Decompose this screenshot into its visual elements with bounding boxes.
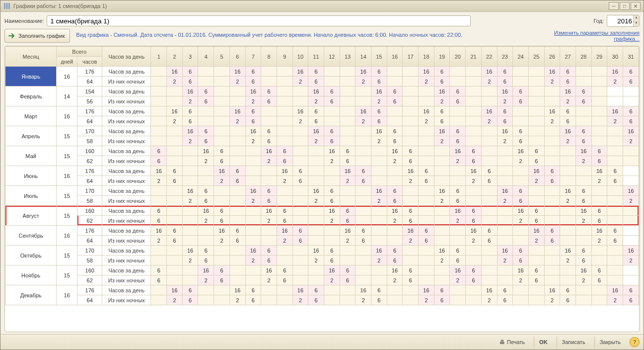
table-row[interactable]: Январь16176Часов за день1661661661661661… [5,67,639,77]
col-day-10[interactable]: 10 [292,47,308,67]
table-row[interactable]: 64Из них ночных2626262626262626 [5,236,639,246]
col-day-9[interactable]: 9 [277,47,292,67]
col-day-1[interactable]: 1 [151,47,167,67]
col-hours[interactable]: часов [77,57,102,67]
ok-button[interactable]: OK [534,337,552,348]
col-day-23[interactable]: 23 [497,47,513,67]
table-row[interactable]: 62Из них ночных626262626262626 [5,275,639,285]
col-month[interactable]: Месяц [5,47,57,67]
table-row[interactable]: Декабрь16176Часов за день166166166166166… [5,285,639,295]
save-button[interactable]: Записать [557,337,589,348]
col-day-6[interactable]: 6 [229,47,245,67]
table-row[interactable]: Август15160Часов за день6166166166166166… [5,206,639,216]
table-row[interactable]: Ноябрь15160Часов за день6166166166166166… [5,265,639,275]
col-rowlabel[interactable]: Часов за день [102,47,151,67]
table-row[interactable]: Апрель15170Часов за день1661661661661661… [5,126,639,136]
year-down[interactable]: ▼ [633,21,639,26]
col-day-31[interactable]: 31 [623,47,639,67]
year-up[interactable]: ▲ [633,15,639,21]
table-row[interactable]: 64Из них ночных2626262626262626 [5,295,639,305]
table-row[interactable]: 58Из них ночных262626262626262 [5,196,639,206]
schedule-grid[interactable]: МесяцВсегоЧасов за день12345678910111213… [4,46,640,332]
help-button[interactable]: ? [630,337,640,347]
col-day-25[interactable]: 25 [528,47,544,67]
table-row[interactable]: Июль15170Часов за день166166166166166166… [5,186,639,196]
app-icon [3,2,10,9]
col-day-8[interactable]: 8 [261,47,277,67]
col-day-28[interactable]: 28 [575,47,591,67]
svg-rect-0 [4,3,5,9]
svg-rect-2 [8,3,10,9]
change-params-link[interactable]: Изменить параметры заполнения графика... [540,29,640,42]
col-day-12[interactable]: 12 [324,47,340,67]
close-button[interactable]: ✕ [631,2,641,10]
table-row[interactable]: Июнь16176Часов за день166166166166166166… [5,166,639,176]
col-day-7[interactable]: 7 [245,47,261,67]
table-row[interactable]: Март16176Часов за день166166166166166166… [5,106,639,116]
print-button[interactable]: 🖶Печать [496,337,529,348]
col-day-3[interactable]: 3 [182,47,198,67]
col-day-27[interactable]: 27 [560,47,576,67]
table-row[interactable]: 56Из них ночных26262626262626 [5,96,639,106]
col-day-21[interactable]: 21 [466,47,482,67]
col-day-15[interactable]: 15 [371,47,387,67]
table-row[interactable]: Февраль14154Часов за день166166166166166… [5,87,639,96]
col-day-5[interactable]: 5 [214,47,230,67]
col-day-11[interactable]: 11 [308,47,324,67]
footer-toolbar: 🖶Печать OK Записать Закрыть ? [0,334,644,350]
col-days[interactable]: дней [57,57,77,67]
table-row[interactable]: Октябрь15170Часов за день166166166166166… [5,246,639,256]
window-title: Графики работы: 1 смена(бригада 1) [13,3,107,9]
col-day-19[interactable]: 19 [434,47,450,67]
titlebar: Графики работы: 1 смена(бригада 1) ─ □ ✕ [0,0,644,12]
col-day-2[interactable]: 2 [167,47,183,67]
schedule-info: Вид графика - Сменный. Дата отсчета - 01… [76,29,534,38]
table-row[interactable]: 62Из них ночных626262626262626 [5,216,639,226]
close-footer-button[interactable]: Закрыть [594,337,625,348]
col-day-13[interactable]: 13 [340,47,356,67]
col-total[interactable]: Всего [57,47,102,57]
col-day-18[interactable]: 18 [419,47,434,67]
fill-schedule-button[interactable]: Заполнить график [4,29,70,43]
table-row[interactable]: 58Из них ночных262626262626262 [5,136,639,146]
col-day-26[interactable]: 26 [544,47,560,67]
printer-icon: 🖶 [500,339,505,345]
minimize-button[interactable]: ─ [609,2,619,10]
col-day-30[interactable]: 30 [607,47,623,67]
col-day-29[interactable]: 29 [591,47,607,67]
arrow-right-icon [8,32,16,40]
year-label: Год: [593,18,604,24]
col-day-20[interactable]: 20 [450,47,466,67]
fill-button-label: Заполнить график [18,33,65,39]
table-row[interactable]: 64Из них ночных2626262626262626 [5,77,639,87]
col-day-14[interactable]: 14 [356,47,371,67]
svg-rect-1 [6,3,8,9]
table-row[interactable]: 62Из них ночных626262626262626 [5,156,639,166]
table-row[interactable]: 64Из них ночных2626262626262626 [5,116,639,126]
table-row[interactable]: Май15160Часов за день6166166166166166166… [5,146,639,156]
col-day-4[interactable]: 4 [198,47,214,67]
col-day-24[interactable]: 24 [513,47,529,67]
col-day-22[interactable]: 22 [481,47,497,67]
table-row[interactable]: 64Из них ночных2626262626262626 [5,176,639,186]
maximize-button[interactable]: □ [620,2,630,10]
table-row[interactable]: 58Из них ночных262626262626262 [5,256,639,265]
name-label: Наименование: [4,18,44,24]
table-row[interactable]: Сентябрь16176Часов за день16616616616616… [5,226,639,236]
col-day-16[interactable]: 16 [387,47,403,67]
name-input[interactable] [47,15,471,26]
col-day-17[interactable]: 17 [403,47,419,67]
